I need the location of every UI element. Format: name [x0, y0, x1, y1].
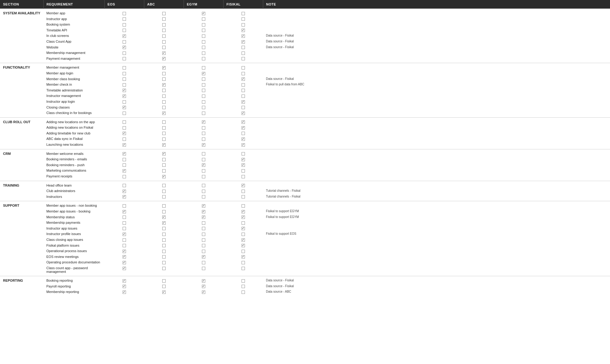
abc-checkbox[interactable] [144, 22, 184, 27]
egym-checkbox[interactable] [184, 237, 223, 243]
fisikal-checkbox[interactable] [223, 226, 263, 231]
fisikal-checkbox[interactable] [223, 289, 263, 296]
fisikal-checkbox[interactable] [223, 243, 263, 248]
fisikal-checkbox[interactable] [223, 214, 263, 220]
egym-checkbox[interactable] [184, 173, 223, 181]
abc-checkbox[interactable] [144, 56, 184, 63]
egym-checkbox[interactable] [184, 243, 223, 248]
egym-checkbox[interactable] [184, 214, 223, 220]
fisikal-checkbox[interactable] [223, 76, 263, 82]
egym-checkbox[interactable] [184, 45, 223, 50]
egym-checkbox[interactable] [184, 22, 223, 27]
eos-checkbox[interactable] [104, 276, 144, 283]
abc-checkbox[interactable] [144, 214, 184, 220]
abc-checkbox[interactable] [144, 188, 184, 194]
eos-checkbox[interactable] [104, 130, 144, 136]
eos-checkbox[interactable] [104, 63, 144, 70]
abc-checkbox[interactable] [144, 76, 184, 82]
abc-checkbox[interactable] [144, 276, 184, 283]
egym-checkbox[interactable] [184, 93, 223, 99]
eos-checkbox[interactable] [104, 117, 144, 125]
eos-checkbox[interactable] [104, 16, 144, 22]
fisikal-checkbox[interactable] [223, 9, 263, 16]
egym-checkbox[interactable] [184, 156, 223, 162]
eos-checkbox[interactable] [104, 248, 144, 254]
fisikal-checkbox[interactable] [223, 136, 263, 142]
eos-checkbox[interactable] [104, 149, 144, 156]
egym-checkbox[interactable] [184, 194, 223, 201]
abc-checkbox[interactable] [144, 125, 184, 130]
egym-checkbox[interactable] [184, 162, 223, 168]
abc-checkbox[interactable] [144, 105, 184, 110]
egym-checkbox[interactable] [184, 105, 223, 110]
fisikal-checkbox[interactable] [223, 188, 263, 194]
eos-checkbox[interactable] [104, 156, 144, 162]
eos-checkbox[interactable] [104, 231, 144, 237]
eos-checkbox[interactable] [104, 22, 144, 27]
abc-checkbox[interactable] [144, 231, 184, 237]
fisikal-checkbox[interactable] [223, 45, 263, 50]
fisikal-checkbox[interactable] [223, 168, 263, 173]
egym-checkbox[interactable] [184, 50, 223, 56]
abc-checkbox[interactable] [144, 82, 184, 87]
fisikal-checkbox[interactable] [223, 22, 263, 27]
abc-checkbox[interactable] [144, 93, 184, 99]
fisikal-checkbox[interactable] [223, 105, 263, 110]
egym-checkbox[interactable] [184, 259, 223, 265]
abc-checkbox[interactable] [144, 39, 184, 45]
abc-checkbox[interactable] [144, 181, 184, 188]
abc-checkbox[interactable] [144, 33, 184, 39]
fisikal-checkbox[interactable] [223, 130, 263, 136]
eos-checkbox[interactable] [104, 173, 144, 181]
eos-checkbox[interactable] [104, 220, 144, 226]
egym-checkbox[interactable] [184, 136, 223, 142]
egym-checkbox[interactable] [184, 254, 223, 260]
abc-checkbox[interactable] [144, 248, 184, 254]
fisikal-checkbox[interactable] [223, 99, 263, 105]
fisikal-checkbox[interactable] [223, 63, 263, 70]
abc-checkbox[interactable] [144, 220, 184, 226]
abc-checkbox[interactable] [144, 149, 184, 156]
eos-checkbox[interactable] [104, 226, 144, 231]
abc-checkbox[interactable] [144, 162, 184, 168]
egym-checkbox[interactable] [184, 99, 223, 105]
egym-checkbox[interactable] [184, 226, 223, 231]
abc-checkbox[interactable] [144, 237, 184, 243]
abc-checkbox[interactable] [144, 117, 184, 125]
egym-checkbox[interactable] [184, 181, 223, 188]
eos-checkbox[interactable] [104, 87, 144, 93]
fisikal-checkbox[interactable] [223, 259, 263, 265]
abc-checkbox[interactable] [144, 265, 184, 276]
fisikal-checkbox[interactable] [223, 265, 263, 276]
egym-checkbox[interactable] [184, 284, 223, 289]
eos-checkbox[interactable] [104, 181, 144, 188]
fisikal-checkbox[interactable] [223, 125, 263, 130]
abc-checkbox[interactable] [144, 27, 184, 33]
abc-checkbox[interactable] [144, 50, 184, 56]
eos-checkbox[interactable] [104, 284, 144, 289]
fisikal-checkbox[interactable] [223, 16, 263, 22]
eos-checkbox[interactable] [104, 9, 144, 16]
fisikal-checkbox[interactable] [223, 201, 263, 209]
fisikal-checkbox[interactable] [223, 149, 263, 156]
eos-checkbox[interactable] [104, 76, 144, 82]
egym-checkbox[interactable] [184, 201, 223, 209]
egym-checkbox[interactable] [184, 130, 223, 136]
abc-checkbox[interactable] [144, 194, 184, 201]
fisikal-checkbox[interactable] [223, 173, 263, 181]
egym-checkbox[interactable] [184, 63, 223, 70]
egym-checkbox[interactable] [184, 56, 223, 63]
eos-checkbox[interactable] [104, 209, 144, 214]
abc-checkbox[interactable] [144, 45, 184, 50]
fisikal-checkbox[interactable] [223, 220, 263, 226]
abc-checkbox[interactable] [144, 136, 184, 142]
abc-checkbox[interactable] [144, 70, 184, 76]
egym-checkbox[interactable] [184, 276, 223, 283]
egym-checkbox[interactable] [184, 265, 223, 276]
fisikal-checkbox[interactable] [223, 248, 263, 254]
eos-checkbox[interactable] [104, 254, 144, 260]
egym-checkbox[interactable] [184, 117, 223, 125]
egym-checkbox[interactable] [184, 231, 223, 237]
eos-checkbox[interactable] [104, 125, 144, 130]
egym-checkbox[interactable] [184, 289, 223, 296]
